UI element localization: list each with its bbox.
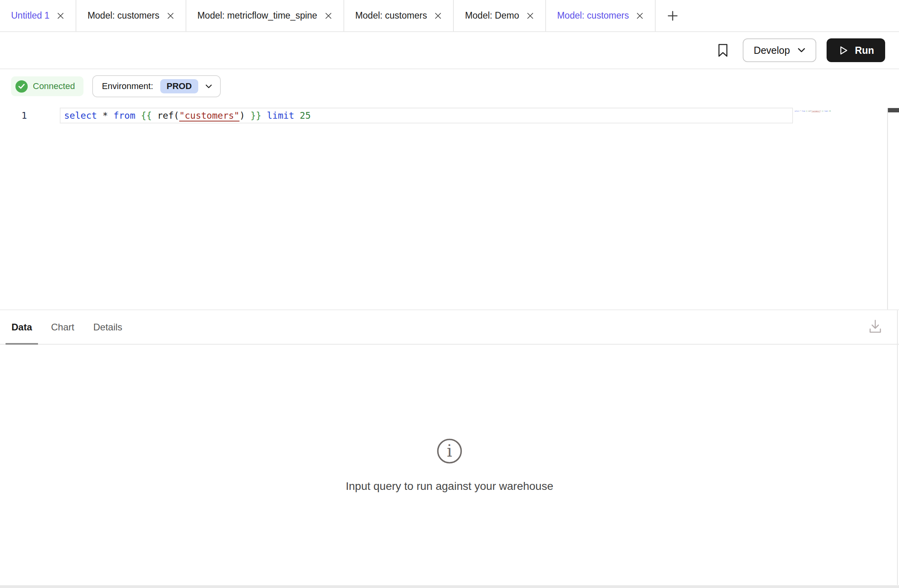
code-token: [245, 110, 250, 121]
results-tab-bar-tabs: DataChartDetails: [6, 310, 135, 344]
develop-button[interactable]: Develop: [743, 38, 817, 62]
code-token: [152, 110, 157, 121]
minimap[interactable]: select * from {{ ref("customers") }} lim…: [795, 110, 886, 121]
develop-button-label: Develop: [754, 45, 790, 56]
tab-label: Untitled 1: [11, 10, 49, 21]
code-token: "customers": [179, 110, 239, 121]
chevron-down-icon: [798, 48, 805, 53]
editor-tab[interactable]: Model: customers: [344, 0, 454, 31]
code-token: [108, 110, 114, 121]
results-tab-label: Data: [11, 322, 32, 333]
code-token: ref(: [808, 110, 812, 112]
active-line-highlight: select * from {{ ref("customers") }} lim…: [60, 108, 793, 123]
code-token: from: [114, 110, 135, 121]
results-tab-bar: DataChartDetails: [0, 309, 899, 345]
code-token: [262, 110, 267, 121]
environment-label: Environment:: [102, 81, 153, 91]
download-icon: [868, 318, 882, 335]
editor-tab[interactable]: Untitled 1: [0, 0, 76, 31]
code-token: }}: [250, 110, 262, 121]
close-icon[interactable]: [526, 12, 534, 20]
editor-tab[interactable]: Model: metricflow_time_spine: [186, 0, 344, 31]
results-tab-details[interactable]: Details: [87, 310, 128, 344]
chevron-down-icon: [205, 84, 212, 89]
results-tab-label: Chart: [51, 322, 74, 333]
empty-state-message: Input query to run against your warehous…: [346, 480, 554, 493]
code-token: ref(: [157, 110, 179, 121]
download-button[interactable]: [868, 318, 882, 336]
code-token: ): [239, 110, 245, 121]
editor-scrollbar[interactable]: [887, 108, 899, 309]
close-icon[interactable]: [434, 12, 442, 20]
code-token: *: [102, 110, 108, 121]
code-token: [294, 110, 300, 121]
results-tab-chart[interactable]: Chart: [45, 310, 80, 344]
close-icon[interactable]: [57, 12, 64, 20]
connection-status-badge: Connected: [11, 76, 83, 96]
info-icon: i: [436, 438, 463, 464]
check-circle-icon: [15, 80, 28, 93]
environment-selector[interactable]: Environment: PROD: [92, 75, 220, 97]
connection-status-row: Connected Environment: PROD: [0, 69, 899, 103]
code-line: select * from {{ ref("customers") }} lim…: [61, 109, 311, 122]
connection-status-label: Connected: [33, 81, 75, 91]
results-tab-label: Details: [93, 322, 122, 333]
minimap-line: select * from {{ ref("customers") }} lim…: [795, 110, 831, 112]
code-token: select: [795, 110, 799, 112]
close-icon[interactable]: [167, 12, 174, 20]
bookmark-icon: [717, 43, 728, 58]
close-icon[interactable]: [636, 12, 644, 20]
code-token: {{: [141, 110, 152, 121]
results-tab-data[interactable]: Data: [6, 310, 38, 344]
code-token: from: [802, 110, 805, 112]
editor-tab[interactable]: Model: customers: [76, 0, 186, 31]
environment-value-chip: PROD: [160, 79, 198, 93]
results-panel: i Input query to run against your wareho…: [0, 345, 899, 586]
code-token: [135, 110, 141, 121]
toolbar: Develop Run: [0, 32, 899, 69]
tab-label: Model: customers: [557, 10, 629, 21]
ide-root: Untitled 1Model: customersModel: metricf…: [0, 0, 899, 588]
editor-tab[interactable]: Model: Demo: [454, 0, 546, 31]
bottom-panel-edge: [0, 585, 899, 588]
plus-icon: [666, 9, 679, 22]
svg-text:i: i: [447, 441, 452, 461]
right-scroll-track: [897, 310, 898, 585]
bookmark-button[interactable]: [717, 43, 728, 58]
tab-label: Model: customers: [87, 10, 159, 21]
close-icon[interactable]: [324, 12, 332, 20]
line-number: 1: [0, 108, 27, 123]
tab-label: Model: metricflow_time_spine: [197, 10, 317, 21]
run-button[interactable]: Run: [827, 38, 885, 62]
tab-label: Model: customers: [355, 10, 427, 21]
sql-editor[interactable]: 1 select * from {{ ref("customers") }} l…: [0, 103, 899, 309]
code-token: limit: [267, 110, 294, 121]
code-token: "customers": [812, 110, 820, 112]
code-token: 25: [300, 110, 311, 121]
new-tab-button[interactable]: [656, 0, 690, 31]
play-icon: [838, 45, 848, 56]
code-token: 25: [829, 110, 831, 112]
code-token: [97, 110, 102, 121]
scrollbar-thumb[interactable]: [888, 108, 899, 112]
tab-label: Model: Demo: [465, 10, 519, 21]
code-token: limit: [824, 110, 828, 112]
editor-tab-bar: Untitled 1Model: customersModel: metricf…: [0, 0, 899, 32]
editor-tab-bar-tabs: Untitled 1Model: customersModel: metricf…: [0, 0, 656, 31]
run-button-label: Run: [855, 45, 874, 56]
editor-tab[interactable]: Model: customers: [546, 0, 656, 31]
code-token: select: [64, 110, 97, 121]
